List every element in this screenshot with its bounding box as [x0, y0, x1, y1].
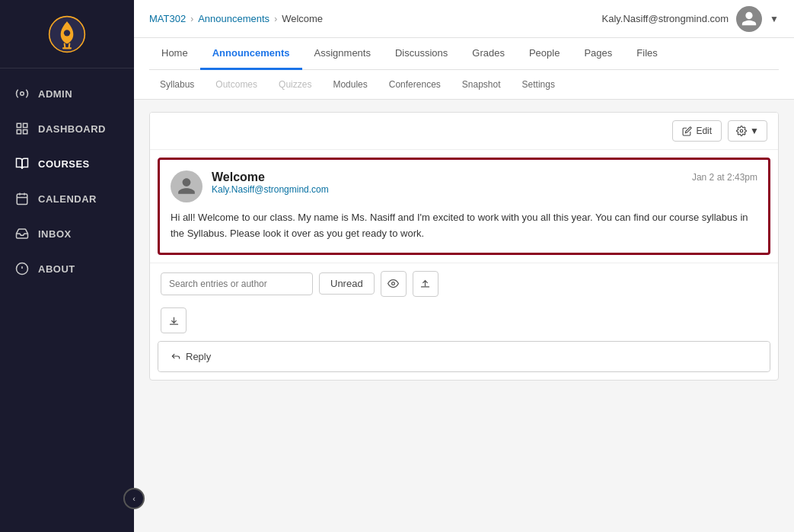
tab-home[interactable]: Home	[149, 38, 200, 70]
edit-label: Edit	[696, 126, 712, 136]
reply-label: Reply	[186, 351, 211, 362]
download-icon	[168, 314, 180, 326]
pencil-icon	[682, 126, 692, 136]
sidebar-item-calendar[interactable]: CALENDAR	[0, 181, 134, 216]
eye-button[interactable]	[381, 271, 407, 297]
tab-quizzes[interactable]: Quizzes	[268, 73, 322, 96]
chevron-down-icon: ▼	[770, 14, 779, 24]
sidebar-item-admin-label: ADMIN	[38, 88, 72, 100]
breadcrumb-course[interactable]: MAT302	[149, 13, 186, 24]
post-author[interactable]: Kaly.Nasiff@strongmind.com	[212, 184, 757, 195]
gear-icon	[736, 126, 747, 136]
post-title: Welcome	[212, 170, 265, 184]
edit-button[interactable]: Edit	[672, 120, 722, 142]
announcement-post: Welcome Jan 2 at 2:43pm Kaly.Nasiff@stro…	[158, 158, 770, 255]
nav-row-secondary: Syllabus Outcomes Quizzes Modules Confer…	[149, 70, 779, 99]
sidebar-collapse-button[interactable]: ‹	[123, 488, 145, 509]
tab-home-label: Home	[161, 47, 188, 59]
sidebar-item-about[interactable]: ABOUT	[0, 251, 134, 286]
unread-label: Unread	[330, 278, 363, 289]
announcement-toolbar: Edit ▼	[150, 113, 778, 150]
breadcrumb-section[interactable]: Announcements	[198, 13, 269, 24]
download-button[interactable]	[161, 307, 187, 333]
nav-row-primary: Home Announcements Assignments Discussio…	[149, 38, 779, 70]
tab-settings-label: Settings	[522, 79, 555, 90]
tab-pages[interactable]: Pages	[572, 38, 624, 70]
tab-syllabus[interactable]: Syllabus	[149, 73, 205, 96]
tab-announcements-label: Announcements	[212, 47, 290, 59]
course-nav: Home Announcements Assignments Discussio…	[134, 38, 794, 100]
search-input[interactable]	[161, 272, 313, 295]
svg-rect-5	[17, 130, 21, 134]
sidebar-item-inbox[interactable]: INBOX	[0, 216, 134, 251]
eye-icon	[387, 278, 399, 289]
tab-settings[interactable]: Settings	[512, 73, 566, 96]
tab-people[interactable]: People	[517, 38, 572, 70]
tab-syllabus-label: Syllabus	[160, 79, 194, 90]
svg-rect-19	[169, 324, 177, 325]
sidebar-item-courses-label: COURSES	[38, 158, 90, 170]
tab-pages-label: Pages	[584, 47, 612, 59]
post-meta: Welcome Jan 2 at 2:43pm Kaly.Nasiff@stro…	[212, 170, 757, 195]
breadcrumb-page: Welcome	[282, 13, 323, 24]
svg-rect-3	[17, 123, 21, 127]
svg-rect-6	[24, 130, 27, 134]
app-logo	[0, 0, 134, 68]
tab-files-label: Files	[636, 47, 657, 59]
content-area: Edit ▼	[134, 100, 794, 532]
tab-snapshot[interactable]: Snapshot	[451, 73, 512, 96]
tab-grades-label: Grades	[472, 47, 505, 59]
unread-button[interactable]: Unread	[319, 272, 375, 295]
sidebar-item-dashboard[interactable]: DASHBOARD	[0, 111, 134, 146]
tab-outcomes-label: Outcomes	[215, 79, 257, 90]
sidebar-item-admin[interactable]: ADMIN	[0, 76, 134, 111]
tab-assignments-label: Assignments	[314, 47, 371, 59]
reply-section: Reply	[158, 341, 770, 372]
tab-grades[interactable]: Grades	[460, 38, 517, 70]
sidebar-item-dashboard-label: DASHBOARD	[38, 123, 106, 135]
tab-modules[interactable]: Modules	[322, 73, 378, 96]
tab-conferences-label: Conferences	[389, 79, 441, 90]
topbar: MAT302 › Announcements › Welcome Kaly.Na…	[134, 0, 794, 38]
sidebar-item-about-label: ABOUT	[38, 263, 75, 275]
reply-icon	[171, 351, 181, 362]
sidebar: ADMIN DASHBOARD COURSES CALENDAR INBOX	[0, 0, 134, 532]
announcement-container: Edit ▼	[149, 112, 779, 381]
breadcrumb: MAT302 › Announcements › Welcome	[149, 13, 323, 24]
tab-conferences[interactable]: Conferences	[378, 73, 451, 96]
sidebar-item-calendar-label: CALENDAR	[38, 193, 97, 205]
gear-dropdown-arrow: ▼	[750, 126, 759, 136]
tab-modules-label: Modules	[333, 79, 367, 90]
filter-bar-secondary	[150, 304, 778, 341]
avatar	[736, 6, 762, 32]
tab-quizzes-label: Quizzes	[279, 79, 311, 90]
svg-point-2	[21, 92, 24, 96]
reply-button[interactable]: Reply	[158, 342, 770, 371]
sidebar-nav: ADMIN DASHBOARD COURSES CALENDAR INBOX	[0, 68, 134, 532]
breadcrumb-sep-1: ›	[190, 14, 193, 24]
upload-button[interactable]	[413, 271, 438, 297]
post-body: Hi all! Welcome to our class. My name is…	[171, 210, 757, 242]
svg-rect-4	[24, 123, 27, 127]
tab-snapshot-label: Snapshot	[462, 79, 501, 90]
sidebar-item-courses[interactable]: COURSES	[0, 146, 134, 181]
post-header: Welcome Jan 2 at 2:43pm Kaly.Nasiff@stro…	[171, 170, 757, 202]
user-email: Kaly.Nasiff@strongmind.com	[602, 13, 729, 24]
svg-point-1	[64, 30, 70, 36]
sidebar-item-inbox-label: INBOX	[38, 228, 72, 240]
main-content: MAT302 › Announcements › Welcome Kaly.Na…	[134, 0, 794, 532]
upload-icon	[419, 278, 431, 289]
tab-discussions-label: Discussions	[395, 47, 448, 59]
tab-announcements[interactable]: Announcements	[200, 38, 302, 70]
svg-point-15	[392, 282, 395, 285]
tab-files[interactable]: Files	[624, 38, 669, 70]
gear-button[interactable]: ▼	[728, 120, 767, 142]
tab-discussions[interactable]: Discussions	[383, 38, 460, 70]
breadcrumb-sep-2: ›	[274, 14, 277, 24]
tab-assignments[interactable]: Assignments	[302, 38, 383, 70]
filter-bar: Unread	[150, 263, 778, 304]
user-area[interactable]: Kaly.Nasiff@strongmind.com ▼	[602, 6, 780, 32]
svg-rect-7	[17, 194, 27, 205]
post-date: Jan 2 at 2:43pm	[692, 172, 757, 183]
tab-outcomes[interactable]: Outcomes	[205, 73, 268, 96]
